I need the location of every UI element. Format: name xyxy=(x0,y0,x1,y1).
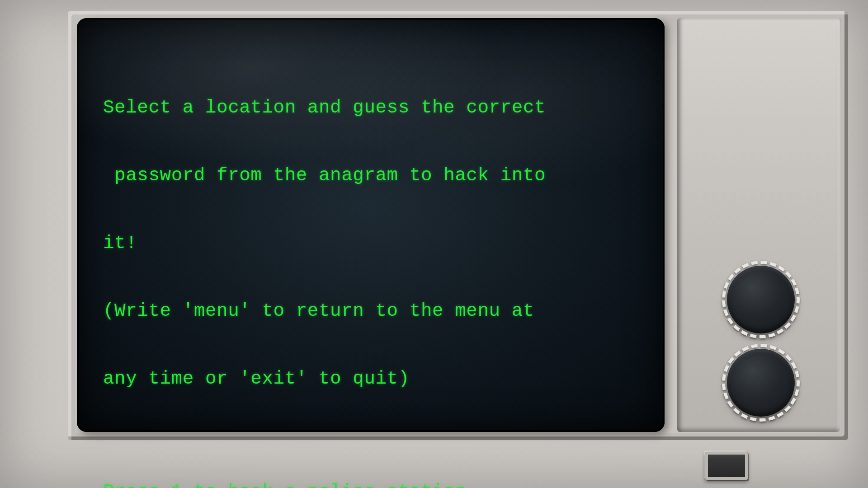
contrast-knob[interactable] xyxy=(727,349,795,417)
power-button[interactable] xyxy=(705,452,748,480)
crt-screen[interactable]: Select a location and guess the correct … xyxy=(77,18,665,432)
control-panel xyxy=(677,18,840,432)
brightness-knob[interactable] xyxy=(727,266,795,333)
terminal-line: (Write 'menu' to return to the menu at xyxy=(103,300,646,322)
terminal-line: it! xyxy=(103,232,646,254)
terminal-output: Select a location and guess the correct … xyxy=(103,51,646,488)
terminal-line: Select a location and guess the correct xyxy=(103,96,646,119)
crt-monitor: Select a location and guess the correct … xyxy=(0,0,868,488)
terminal-line: any time or 'exit' to quit) xyxy=(103,367,646,390)
terminal-line: password from the anagram to hack into xyxy=(103,164,646,187)
terminal-option-1[interactable]: Press 1 to hack a police station. xyxy=(103,480,646,488)
